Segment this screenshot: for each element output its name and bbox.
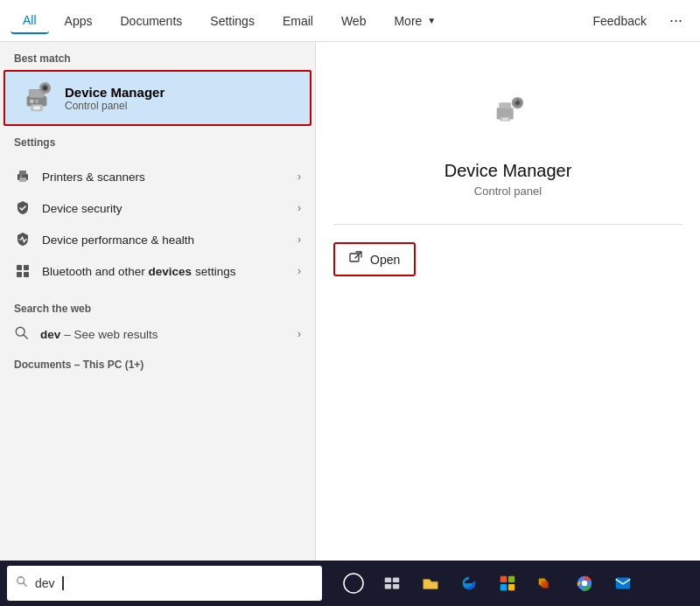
- open-icon: [349, 251, 363, 268]
- svg-rect-2: [35, 100, 38, 103]
- task-view-button[interactable]: [374, 566, 410, 601]
- svg-rect-22: [501, 118, 508, 121]
- right-title: Device Manager: [444, 161, 572, 181]
- svg-rect-38: [508, 576, 514, 582]
- chrome-button[interactable]: [567, 566, 602, 601]
- tab-web-label: Web: [341, 14, 367, 28]
- right-panel: Device Manager Control panel Open: [315, 42, 700, 561]
- tab-email[interactable]: Email: [270, 9, 326, 33]
- web-search-item[interactable]: dev – See web results ›: [0, 318, 315, 350]
- bluetooth-label: Bluetooth and other devices settings: [42, 265, 298, 278]
- microsoft-store-button[interactable]: [490, 566, 525, 601]
- printer-icon: [14, 168, 32, 185]
- device-manager-icon: [19, 80, 54, 115]
- tab-settings-label: Settings: [210, 14, 255, 28]
- feedback-label: Feedback: [593, 14, 647, 28]
- taskbar-search-magnifier: [16, 575, 28, 591]
- web-search-label: Search the web: [0, 294, 315, 318]
- chevron-right-icon: ›: [298, 171, 301, 183]
- right-subtitle: Control panel: [474, 185, 542, 198]
- file-explorer-button[interactable]: [413, 566, 448, 601]
- settings-item-device-perf[interactable]: Device performance & health ›: [0, 224, 315, 255]
- taskbar: dev: [0, 561, 700, 606]
- more-options-button[interactable]: ···: [662, 8, 690, 33]
- right-device-manager-icon: [473, 77, 543, 147]
- svg-rect-20: [499, 103, 510, 109]
- svg-rect-14: [24, 265, 29, 270]
- svg-rect-11: [19, 178, 26, 182]
- printers-label: Printers & scanners: [42, 171, 298, 184]
- best-match-label: Best match: [0, 42, 315, 70]
- tab-documents[interactable]: Documents: [108, 9, 194, 33]
- svg-point-45: [582, 581, 587, 586]
- tab-apps[interactable]: Apps: [52, 9, 105, 33]
- nav-right: Feedback ···: [584, 8, 690, 33]
- svg-rect-1: [30, 100, 33, 103]
- best-match-title: Device Manager: [65, 85, 164, 100]
- svg-rect-40: [508, 584, 514, 590]
- svg-point-8: [44, 87, 47, 90]
- svg-rect-39: [500, 584, 507, 590]
- svg-rect-43: [542, 582, 548, 588]
- chevron-right-icon: ›: [298, 202, 301, 214]
- right-divider: [333, 224, 682, 225]
- top-navigation: All Apps Documents Settings Email Web Mo…: [0, 0, 700, 42]
- svg-point-27: [514, 101, 516, 102]
- svg-point-26: [516, 102, 518, 104]
- mail-button[interactable]: [606, 566, 640, 601]
- main-content: Best match Device Manager: [0, 42, 700, 561]
- chevron-right-icon: ›: [298, 328, 301, 340]
- open-button[interactable]: Open: [333, 242, 416, 276]
- open-label: Open: [370, 253, 400, 267]
- settings-section: Printers & scanners › Device security ›: [0, 154, 315, 294]
- cursor-blink: [62, 576, 64, 590]
- svg-rect-28: [350, 254, 359, 261]
- svg-rect-5: [33, 107, 40, 110]
- svg-line-18: [24, 335, 28, 339]
- svg-rect-35: [385, 584, 391, 589]
- tab-more[interactable]: More ▼: [382, 9, 448, 33]
- settings-item-printers[interactable]: Printers & scanners ›: [0, 161, 315, 192]
- tab-documents-label: Documents: [120, 14, 182, 28]
- taskbar-search-text: dev: [35, 576, 55, 590]
- svg-rect-36: [393, 584, 399, 589]
- svg-rect-46: [616, 578, 631, 589]
- web-see-results: – See web results: [64, 328, 158, 341]
- shield-icon: [14, 199, 32, 217]
- start-button[interactable]: [336, 566, 371, 601]
- edge-browser-button[interactable]: [452, 566, 486, 601]
- svg-rect-34: [393, 578, 399, 583]
- svg-point-32: [344, 574, 363, 593]
- svg-line-31: [24, 583, 27, 587]
- search-icon: [14, 325, 32, 343]
- more-dots-icon: ···: [669, 11, 682, 29]
- taskbar-search[interactable]: dev: [7, 566, 322, 601]
- feedback-button[interactable]: Feedback: [584, 9, 655, 33]
- tab-settings[interactable]: Settings: [198, 9, 267, 33]
- tab-all-label: All: [23, 13, 37, 27]
- tab-email-label: Email: [283, 14, 313, 28]
- device-security-label: Device security: [42, 202, 298, 215]
- tab-more-label: More: [394, 14, 422, 28]
- chevron-right-icon: ›: [298, 265, 301, 277]
- tab-web[interactable]: Web: [329, 9, 379, 33]
- tab-all[interactable]: All: [10, 8, 49, 34]
- chevron-down-icon: ▼: [427, 16, 436, 25]
- web-query: dev: [40, 328, 60, 341]
- settings-item-bluetooth[interactable]: Bluetooth and other devices settings ›: [0, 255, 315, 287]
- svg-rect-33: [385, 578, 391, 583]
- settings-item-device-security[interactable]: Device security ›: [0, 192, 315, 224]
- photos-button[interactable]: [528, 566, 564, 601]
- grid-icon: [14, 262, 32, 280]
- left-panel: Best match Device Manager: [0, 42, 315, 561]
- best-match-item[interactable]: Device Manager Control panel: [4, 70, 312, 126]
- health-icon: [14, 231, 32, 248]
- settings-label: Settings: [0, 126, 315, 154]
- device-perf-label: Device performance & health: [42, 233, 298, 247]
- documents-label: Documents – This PC (1+): [0, 350, 315, 376]
- best-match-info: Device Manager Control panel: [65, 85, 164, 112]
- svg-rect-15: [17, 272, 22, 277]
- chevron-right-icon: ›: [298, 233, 301, 246]
- svg-rect-16: [24, 272, 29, 277]
- svg-rect-10: [19, 171, 26, 175]
